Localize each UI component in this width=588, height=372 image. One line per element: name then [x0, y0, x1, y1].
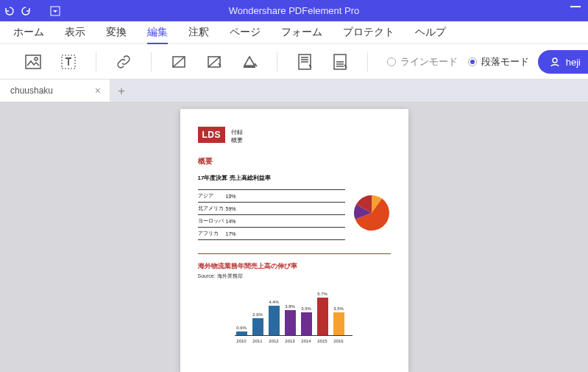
menu-help[interactable]: ヘルプ [405, 21, 456, 43]
svg-point-2 [35, 57, 38, 60]
paragraph-mode-label: 段落モード [481, 55, 529, 69]
section-divider [198, 253, 391, 254]
svg-rect-1 [26, 55, 40, 69]
crop-button[interactable] [168, 51, 190, 73]
document-canvas[interactable]: LDS 付録 概要 概要 17年度決算 売上高総利益率 アジア10%北アメリカ5… [0, 102, 588, 372]
header-footer-button[interactable] [294, 51, 316, 73]
pie-graphic [353, 194, 391, 232]
menu-convert[interactable]: 変換 [96, 21, 137, 43]
add-image-button[interactable] [22, 51, 44, 73]
dropdown-icon[interactable] [50, 6, 60, 16]
line-mode-label: ラインモード [400, 55, 458, 69]
watermark-button[interactable] [203, 51, 225, 73]
chart-pie: アジア10%北アメリカ59%ヨーロッパ14%アフリカ17% [198, 189, 391, 240]
paragraph-mode-radio[interactable]: 段落モード [468, 55, 529, 69]
add-text-button[interactable] [57, 51, 79, 73]
menu-form[interactable]: フォーム [271, 21, 333, 43]
menu-view[interactable]: 表示 [54, 21, 96, 43]
app-title: Wondershare PDFelement Pro [229, 5, 360, 16]
menu-bar: ホーム 表示 変換 編集 注釈 ページ フォーム プロテクト ヘルプ [0, 21, 588, 44]
redo-icon[interactable] [21, 6, 31, 16]
bates-button[interactable] [329, 51, 351, 73]
menu-page[interactable]: ページ [219, 21, 271, 43]
doc-tab[interactable]: chuushaku × [0, 80, 110, 102]
add-tab-button[interactable]: + [110, 81, 132, 102]
close-tab-icon[interactable]: × [95, 85, 101, 96]
chart1-title: 17年度決算 売上高総利益率 [198, 174, 391, 182]
link-button[interactable] [113, 51, 135, 73]
menu-comment[interactable]: 注釈 [178, 21, 219, 43]
undo-icon[interactable] [4, 6, 15, 16]
user-name: heji [566, 57, 581, 68]
menu-edit[interactable]: 編集 [137, 21, 178, 43]
menu-home[interactable]: ホーム [3, 21, 54, 43]
doc-tab-strip: chuushaku × + [0, 80, 588, 102]
doc-header-text: 付録 概要 [231, 127, 243, 144]
chart2-title: 海外物流業務年間売上高の伸び率 [198, 262, 391, 271]
doc-logo: LDS [198, 127, 226, 143]
chart-bar: 0.6%2.6%4.4%3.8%3.5%5.7%3.5% 20102011201… [235, 290, 353, 343]
svg-point-8 [553, 58, 557, 63]
line-mode-radio[interactable]: ラインモード [387, 55, 458, 69]
menu-protect[interactable]: プロテクト [333, 21, 405, 43]
user-pill[interactable]: heji [538, 50, 588, 74]
minimize-button[interactable] [570, 6, 581, 7]
user-icon [550, 57, 560, 67]
doc-tab-label: chuushaku [10, 85, 53, 96]
document-page[interactable]: LDS 付録 概要 概要 17年度決算 売上高総利益率 アジア10%北アメリカ5… [180, 109, 408, 372]
chart2-source: Source: 海外業務部 [198, 273, 391, 280]
toolbar: ラインモード 段落モード heji [0, 44, 588, 80]
title-bar: Wondershare PDFelement Pro [0, 0, 588, 21]
background-button[interactable] [238, 51, 261, 73]
section-title: 概要 [198, 156, 391, 166]
